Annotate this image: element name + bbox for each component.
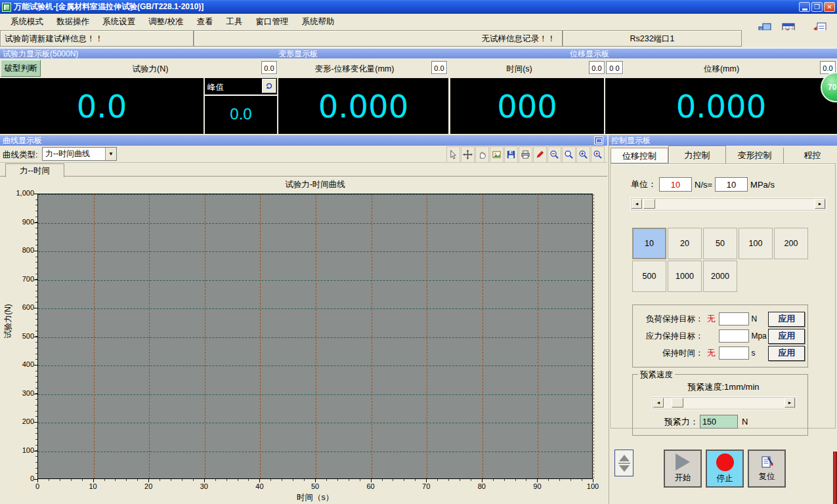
preload-scrollbar-thumb[interactable] [672,398,683,408]
rate-scrollbar-thumb[interactable] [643,199,655,209]
curve-type-value: 力--时间曲线 [43,148,105,160]
play-icon [676,453,690,471]
panel-restore-icon[interactable] [594,136,603,144]
speed-button-2000[interactable]: 2000 [703,261,737,292]
menu-item-5[interactable]: 工具 [219,14,249,30]
preload-group: 预紧速度 预紧速度:1mm/min ◄ ► 预紧力： N [632,374,808,436]
pen-icon[interactable] [533,146,547,163]
scroll-left-icon[interactable]: ◄ [653,398,664,408]
y-tick [34,365,37,366]
force-mini-value: 0.0 [261,61,277,74]
hold-status: 无 [704,347,719,359]
hold-input[interactable] [719,312,749,326]
reset-button[interactable]: 复位 [748,450,786,488]
curve-type-select[interactable]: 力--时间曲线 ▼ [42,147,117,161]
chart-toolbar [446,146,605,163]
chart-ylabel: 试验力(N) [3,289,14,354]
start-button[interactable]: 开始 [664,450,702,488]
speed-button-20[interactable]: 20 [668,228,702,259]
preload-speed-label: 预紧速度:1mm/min [645,381,802,393]
y-tick-label: 400 [3,360,34,368]
edge-red-strip [833,452,837,504]
tab-force-time[interactable]: 力--时间 [5,163,64,177]
print-icon[interactable] [519,146,532,163]
hand-icon[interactable] [475,146,489,163]
x-tick-label: 100 [580,482,606,490]
zoom-reset-icon[interactable] [591,146,605,163]
restore-button[interactable]: ❐ [811,2,823,12]
speed-button-50[interactable]: 50 [703,228,737,259]
zoom-out-icon[interactable] [547,146,561,163]
image-icon[interactable] [490,146,504,163]
stop-label: 停止 [717,473,733,484]
speed-button-500[interactable]: 500 [632,261,666,292]
tab-力控制[interactable]: 力控制 [668,146,726,163]
menu-item-3[interactable]: 调整/校准 [142,14,190,30]
chevron-down-icon[interactable]: ▼ [105,148,116,160]
menu-item-6[interactable]: 窗口管理 [249,14,295,30]
speed-grid: 10205010020050010002000 [632,228,835,292]
hold-input[interactable] [719,329,749,343]
minimize-button[interactable] [799,2,810,12]
hold-input[interactable] [719,346,749,360]
menu-item-2[interactable]: 系统设置 [96,14,142,30]
select-arrow-icon[interactable] [446,146,460,163]
zoom-icon[interactable] [562,146,576,163]
peak-label: 峰值 [207,82,224,93]
y-tick-label: 1,000 [3,189,34,197]
apply-button[interactable]: 应用 [768,312,805,327]
unit-row: 单位： N/s= MPa/s [631,177,835,192]
scroll-left-icon[interactable]: ◄ [632,199,642,209]
stop-icon [716,453,734,471]
stop-button[interactable]: 停止 [706,450,744,488]
hold-unit: N [749,314,768,324]
port-status: Rs232端口1 [563,30,742,47]
rate-input[interactable] [659,177,692,192]
menu-item-7[interactable]: 系统帮助 [295,14,341,30]
peak-strip: 峰值 [205,78,277,96]
vgrid-line [538,194,538,478]
break-judge-button[interactable]: 破型判断 [1,60,41,77]
peak-reset-button[interactable] [262,79,276,93]
preload-scrollbar[interactable]: ◄ ► [653,397,796,410]
speed-button-10[interactable]: 10 [632,228,666,259]
hgrid-line [38,394,592,395]
displacement-display: 0.000 [605,78,837,134]
zoom-in-icon[interactable] [576,146,590,163]
tab-变形控制[interactable]: 变形控制 [726,148,784,163]
hgrid-line [38,280,592,281]
apply-button[interactable]: 应用 [768,346,805,361]
scroll-right-icon[interactable]: ► [815,199,825,209]
tab-程控[interactable]: 程控 [784,148,837,163]
hgrid-line [38,423,592,423]
pan-icon[interactable] [461,146,475,163]
menu-item-0[interactable]: 系统模式 [4,14,50,30]
speed-button-200[interactable]: 200 [774,228,808,259]
y-tick-label: 0 [3,474,34,482]
jog-up-down-button[interactable] [614,450,633,476]
menu-item-1[interactable]: 数据操作 [50,14,96,30]
preload-force-unit: N [742,417,748,427]
app-icon [2,3,11,12]
start-label: 开始 [675,472,691,484]
displacement-label: 位移(mm) [624,64,819,75]
hgrid-line [38,251,592,252]
preload-group-title: 预紧速度 [638,369,675,381]
tab-位移控制[interactable]: 位移控制 [611,148,668,163]
y-tick [34,251,37,251]
preload-force-input[interactable] [700,415,738,429]
hold-row-1: 应力保持目标：Mpa应用 [635,327,805,345]
scroll-right-icon[interactable]: ► [784,398,795,408]
close-button[interactable]: ✕ [824,2,835,12]
speed-button-1000[interactable]: 1000 [668,261,702,292]
speed-button-100[interactable]: 100 [739,228,773,259]
save-icon[interactable] [504,146,518,163]
y-tick [34,394,37,394]
stress-rate-input[interactable] [715,177,748,192]
hold-group: 负荷保持目标：无N应用应力保持目标：Mpa应用保持时间：无s应用 [632,304,808,368]
apply-button[interactable]: 应用 [768,329,805,344]
vgrid-line [149,194,150,478]
hold-unit: s [749,348,768,358]
menu-item-4[interactable]: 查看 [190,14,219,30]
rate-scrollbar[interactable]: ◄ ► [631,198,826,211]
